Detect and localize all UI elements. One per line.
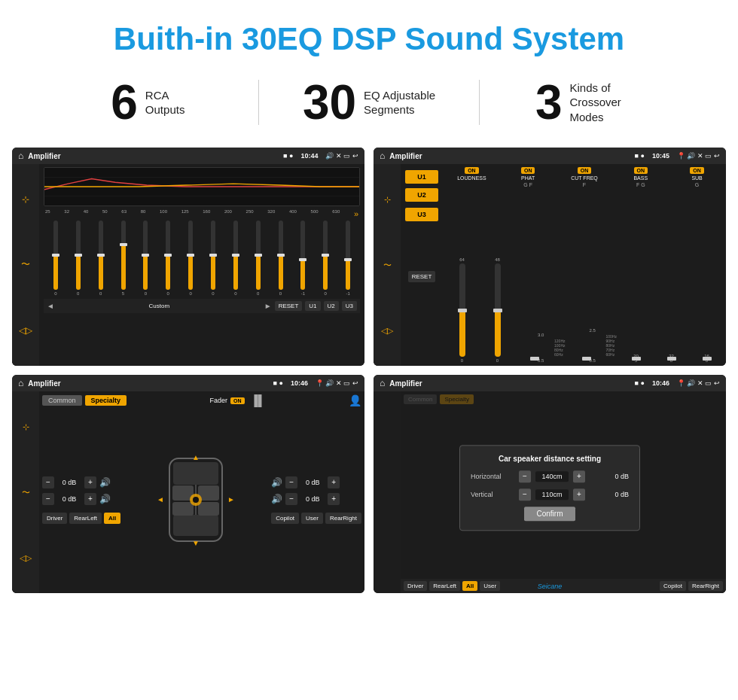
fader-on-badge[interactable]: ON [230,397,245,404]
dialog-bg-driver-btn[interactable]: Driver [404,581,427,591]
cross-sub-slider[interactable]: 20 5 [620,354,652,363]
fader-sidebar-icon-3[interactable]: ◁▷ [20,553,32,563]
fader-sidebar-icon-2[interactable]: 〜 [22,487,30,498]
eq-slider-13[interactable]: -1 [337,221,358,296]
eq-slider-10[interactable]: 0 [270,221,291,296]
bass-on-badge[interactable]: ON [634,167,648,174]
cross-sidebar-icon-3[interactable]: ◁▷ [381,326,393,336]
fader-rearleft-btn[interactable]: RearLeft [69,513,102,524]
cross-u1-btn[interactable]: U1 [405,170,438,184]
sub-on-badge[interactable]: ON [690,167,704,174]
fader-user-btn[interactable]: User [301,513,323,524]
fader-user-icon[interactable]: 👤 [349,394,361,406]
fader-plus-0[interactable]: + [84,476,96,488]
eq-slider-3[interactable]: 5 [113,221,134,296]
cross-slider-1[interactable]: 64 0 [446,257,478,363]
app-title-4: Amplifier [389,379,422,388]
stat-crossover: 3 Kinds ofCrossover Modes [487,78,693,126]
eq-icon-3: ■ ● [273,379,283,387]
home-icon-1[interactable]: ⌂ [18,151,23,161]
eq-slider-9[interactable]: 0 [248,221,269,296]
dialog-right-val-1: 0 dB [614,473,629,480]
status-bar-3: ⌂ Amplifier ■ ● 10:46 📍 🔊 ✕ ▭ ↩ [12,375,364,391]
dialog-horizontal-plus[interactable]: + [573,470,585,482]
fader-plus-1[interactable]: + [84,493,96,505]
svg-text:▲: ▲ [192,453,200,461]
time-4: 10:46 [652,379,669,387]
fader-plus-2[interactable]: + [328,476,340,488]
cross-bass-slider[interactable]: 2.5 100Hz 90Hz [569,328,618,363]
eq-u2-btn[interactable]: U2 [324,301,339,311]
eq-next-btn[interactable]: ► [264,302,272,310]
cutfreq-freq: F [583,182,586,187]
fader-sidebar-icon-1[interactable]: ⊹ [23,422,29,432]
stat-divider-2 [479,80,480,125]
sub-label: SUB [691,175,702,181]
dialog-vertical-minus[interactable]: − [519,488,531,501]
eq-slider-12[interactable]: 0 [315,221,336,296]
home-icon-4[interactable]: ⌂ [380,378,385,388]
cutfreq-on-badge[interactable]: ON [578,167,592,174]
eq-reset-btn[interactable]: RESET [275,301,303,311]
eq-slider-7[interactable]: 0 [203,221,224,296]
fader-all-btn[interactable]: All [104,513,120,524]
home-icon-2[interactable]: ⌂ [380,151,385,161]
fader-slider-icon[interactable]: ▐▌ [251,394,266,406]
dialog-bg-rearright-btn[interactable]: RearRight [688,581,723,591]
cross-sidebar-icon-2[interactable]: 〜 [383,260,392,271]
fader-minus-1[interactable]: − [42,493,54,505]
dialog-bg-copilot-btn[interactable]: Copilot [660,581,686,591]
header: Buith-in 30EQ DSP Sound System [0,0,738,71]
eq-slider-1[interactable]: 0 [68,221,89,296]
eq-slider-4[interactable]: 0 [135,221,156,296]
dialog-bg-user-btn[interactable]: User [480,581,500,591]
home-icon-3[interactable]: ⌂ [18,378,23,388]
cross-u2-btn[interactable]: U2 [405,188,438,202]
dialog-horizontal-label: Horizontal [471,473,514,480]
fader-top-row: Common Specialty Fader ON ▐▌ 👤 [42,394,361,406]
cross-sidebar-icon-1[interactable]: ⊹ [384,195,391,205]
svg-text:►: ► [227,495,235,504]
eq-sidebar-icon-3[interactable]: ◁▷ [19,325,32,336]
fader-minus-3[interactable]: − [285,493,297,505]
fader-rearright-btn[interactable]: RearRight [325,513,361,524]
fader-plus-3[interactable]: + [328,493,340,505]
cross-reset-btn[interactable]: RESET [408,271,436,282]
cross-u3-btn[interactable]: U3 [405,208,438,221]
dialog-vertical-plus[interactable]: + [573,488,585,501]
eq-slider-5[interactable]: 0 [157,221,178,296]
double-arrow-icon[interactable]: » [354,209,358,218]
screenshots-grid: ⌂ Amplifier ■ ● 10:44 🔊 ✕ ▭ ↩ ⊹ 〜 ◁▷ [0,148,738,605]
cross-left: U1 U2 U3 RESET [401,164,443,366]
cross-loudness: ON LOUDNESS [446,167,498,181]
eq-slider-0[interactable]: 0 [45,221,66,296]
fader-common-tab[interactable]: Common [42,395,82,406]
eq-icon-1: ■ ● [283,152,293,160]
dialog-horizontal-minus[interactable]: − [519,470,531,482]
eq-slider-8[interactable]: 0 [225,221,246,296]
cross-32-slider[interactable]: 32 0 [655,354,688,363]
fader-driver-btn[interactable]: Driver [42,513,67,524]
eq-slider-6[interactable]: 0 [180,221,201,296]
eq-u3-btn[interactable]: U3 [342,301,357,311]
eq-sidebar-icon-2[interactable]: 〜 [21,258,30,271]
eq-prev-btn[interactable]: ◄ [47,302,54,310]
fader-copilot-btn[interactable]: Copilot [271,513,299,524]
cross-slider-2[interactable]: 48 0 [481,257,514,363]
cross-16-slider[interactable]: 16 0 [691,354,723,363]
fader-specialty-tab[interactable]: Specialty [85,395,127,406]
fader-minus-2[interactable]: − [285,476,297,488]
fader-minus-0[interactable]: − [42,476,54,488]
status-icons-3: 📍 🔊 ✕ ▭ ↩ [316,379,358,387]
dialog-bg-rearleft-btn[interactable]: RearLeft [429,581,460,591]
eq-slider-11[interactable]: -1 [292,221,313,296]
loudness-on-badge[interactable]: ON [465,167,479,174]
dialog-bg-all-btn[interactable]: All [462,581,477,591]
time-3: 10:46 [291,379,308,387]
dialog-confirm-btn[interactable]: Confirm [524,507,575,521]
eq-slider-2[interactable]: 0 [90,221,111,296]
eq-u1-btn[interactable]: U1 [305,301,320,311]
cross-freq-slider[interactable]: 3.0 120Hz 100Hz [517,333,566,363]
eq-sidebar-icon-1[interactable]: ⊹ [22,194,29,205]
phat-on-badge[interactable]: ON [521,167,535,174]
